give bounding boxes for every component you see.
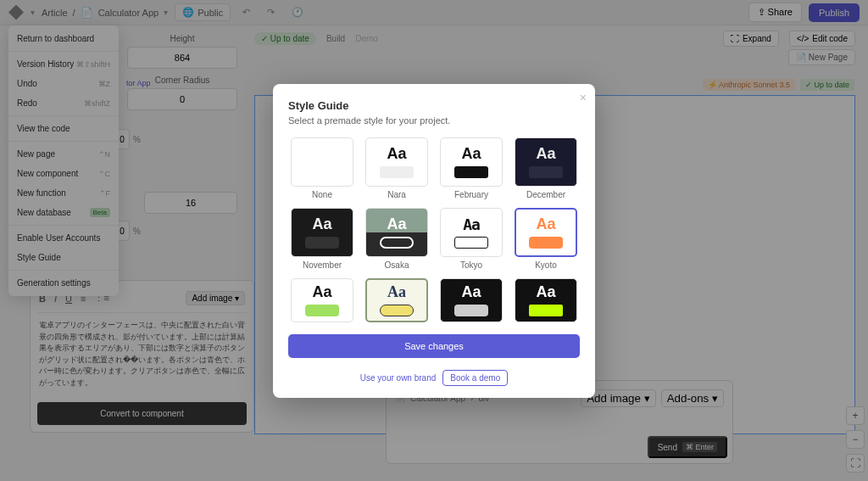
save-changes-button[interactable]: Save changes [288,334,580,358]
style-extra-1[interactable]: Aa [288,278,356,322]
modal-footer: Use your own brand Book a demo [288,370,580,386]
style-osaka[interactable]: Aa Osaka [363,208,431,270]
style-none[interactable]: Aa None [288,137,356,199]
close-icon[interactable]: × [580,91,587,104]
style-tokyo[interactable]: Aa Tokyo [437,208,505,270]
style-extra-4[interactable]: Aa [512,278,580,322]
style-grid-row3: Aa Aa Aa Aa [288,278,580,322]
book-demo-button[interactable]: Book a demo [442,370,508,386]
style-kyoto[interactable]: Aa Kyoto [512,208,580,270]
style-nara[interactable]: Aa Nara [363,137,431,199]
style-november[interactable]: Aa November [288,208,356,270]
use-own-brand-link[interactable]: Use your own brand [360,373,437,383]
modal-subtitle: Select a premade style for your project. [288,115,580,126]
style-february[interactable]: Aa February [437,137,505,199]
style-grid: Aa None Aa Nara Aa February Aa December … [288,137,580,270]
style-guide-modal: × Style Guide Select a premade style for… [273,84,595,398]
style-extra-2[interactable]: Aa [363,278,431,322]
style-extra-3[interactable]: Aa [437,278,505,322]
style-december[interactable]: Aa December [512,137,580,199]
modal-title: Style Guide [288,99,580,112]
